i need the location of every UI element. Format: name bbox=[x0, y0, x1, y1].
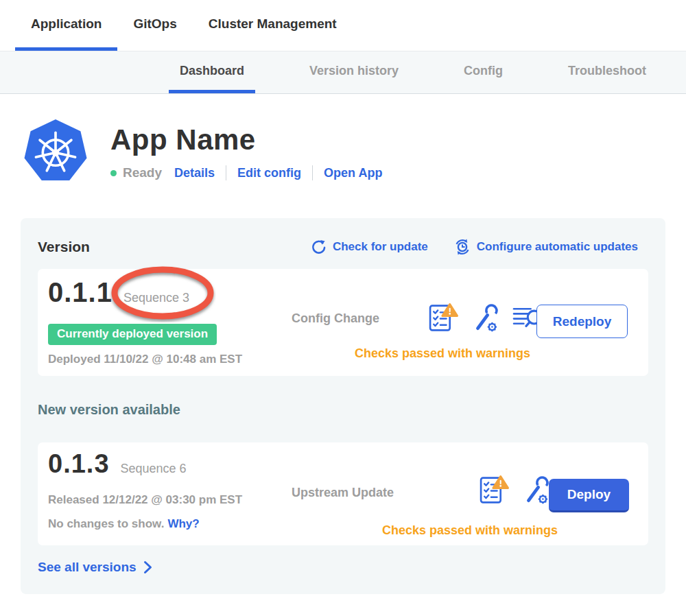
app-header: App Name Ready Details Edit config Open … bbox=[24, 118, 382, 184]
tab-dashboard-label: Dashboard bbox=[180, 64, 244, 78]
tab-troubleshoot-label: Troubleshoot bbox=[568, 64, 646, 78]
configure-automatic-updates-button[interactable]: Configure automatic updates bbox=[454, 239, 638, 255]
tab-troubleshoot[interactable]: Troubleshoot bbox=[557, 51, 657, 93]
version-panel: Version Check for update bbox=[21, 218, 665, 594]
tab-gitops-label: GitOps bbox=[133, 16, 176, 32]
new-version-check-icons bbox=[478, 474, 551, 508]
see-all-versions-label: See all versions bbox=[38, 560, 137, 575]
current-version-card: 0.1.1 Sequence 3 Currently deployed vers… bbox=[38, 269, 648, 376]
current-checks-status[interactable]: Checks passed with warnings bbox=[312, 346, 573, 361]
divider bbox=[226, 165, 226, 180]
preflight-checks-icon[interactable] bbox=[427, 302, 460, 336]
deploy-button[interactable]: Deploy bbox=[549, 479, 629, 512]
tab-gitops[interactable]: GitOps bbox=[117, 0, 192, 51]
app-status-row: Ready Details Edit config Open App bbox=[110, 165, 382, 180]
kubernetes-logo-icon bbox=[24, 118, 87, 184]
schedule-update-icon bbox=[454, 239, 471, 255]
status-badge: Ready bbox=[123, 165, 162, 180]
tab-cluster-management[interactable]: Cluster Management bbox=[193, 0, 353, 51]
diff-summary-text: No changes to show. bbox=[48, 517, 164, 530]
check-for-update-button[interactable]: Check for update bbox=[311, 239, 428, 255]
config-wrench-icon[interactable] bbox=[522, 474, 551, 508]
version-source-label: Upstream Update bbox=[292, 486, 394, 500]
chevron-right-icon bbox=[143, 560, 152, 574]
version-panel-title: Version bbox=[38, 239, 90, 255]
tab-application-label: Application bbox=[31, 16, 102, 32]
tab-version-history-label: Version history bbox=[309, 64, 399, 78]
see-all-versions-link[interactable]: See all versions bbox=[38, 560, 152, 575]
current-version-check-icons bbox=[427, 302, 544, 336]
new-version-line: 0.1.3 Sequence 6 bbox=[48, 449, 187, 479]
new-checks-status[interactable]: Checks passed with warnings bbox=[360, 523, 580, 538]
tab-config-label: Config bbox=[464, 64, 503, 78]
refresh-icon bbox=[311, 239, 327, 255]
primary-nav: Application GitOps Cluster Management bbox=[0, 0, 686, 51]
tab-application[interactable]: Application bbox=[15, 0, 117, 51]
currently-deployed-badge: Currently deployed version bbox=[48, 324, 217, 345]
open-app-link[interactable]: Open App bbox=[324, 166, 382, 180]
tab-version-history[interactable]: Version history bbox=[298, 51, 410, 93]
config-wrench-icon[interactable] bbox=[471, 302, 500, 336]
edit-config-link[interactable]: Edit config bbox=[237, 166, 301, 180]
version-panel-actions: Check for update Configure automatic upd… bbox=[311, 239, 638, 255]
diff-summary: No changes to show.Why? bbox=[48, 517, 200, 531]
new-version-card: 0.1.3 Sequence 6 Released 12/12/22 @ 03:… bbox=[38, 442, 648, 545]
version-panel-header: Version Check for update bbox=[38, 239, 638, 255]
why-link[interactable]: Why? bbox=[167, 517, 199, 530]
check-for-update-label: Check for update bbox=[333, 240, 428, 254]
version-source-label: Config Change bbox=[292, 311, 379, 326]
status-dot-icon bbox=[110, 170, 117, 176]
new-version-heading: New version available bbox=[38, 402, 180, 418]
divider bbox=[312, 165, 313, 180]
new-version-number: 0.1.3 bbox=[48, 449, 110, 479]
current-version-number: 0.1.1 bbox=[48, 277, 113, 308]
page-title: App Name bbox=[110, 123, 382, 156]
details-link[interactable]: Details bbox=[174, 166, 215, 180]
current-version-sequence: Sequence 3 bbox=[123, 291, 189, 305]
tab-cluster-management-label: Cluster Management bbox=[209, 16, 337, 32]
deployed-timestamp: Deployed 11/10/22 @ 10:48 am EST bbox=[48, 353, 242, 366]
configure-automatic-updates-label: Configure automatic updates bbox=[477, 240, 638, 254]
current-version-line: 0.1.1 Sequence 3 bbox=[48, 277, 189, 308]
tab-config[interactable]: Config bbox=[453, 51, 514, 93]
secondary-nav: Dashboard Version history Config Trouble… bbox=[0, 51, 686, 94]
tab-dashboard[interactable]: Dashboard bbox=[169, 51, 255, 93]
page: Application GitOps Cluster Management Da… bbox=[0, 0, 686, 616]
released-timestamp: Released 12/12/22 @ 03:30 pm EST bbox=[48, 493, 242, 507]
redeploy-button[interactable]: Redeploy bbox=[536, 305, 628, 338]
preflight-checks-icon[interactable] bbox=[478, 474, 510, 508]
new-version-sequence: Sequence 6 bbox=[121, 462, 187, 476]
